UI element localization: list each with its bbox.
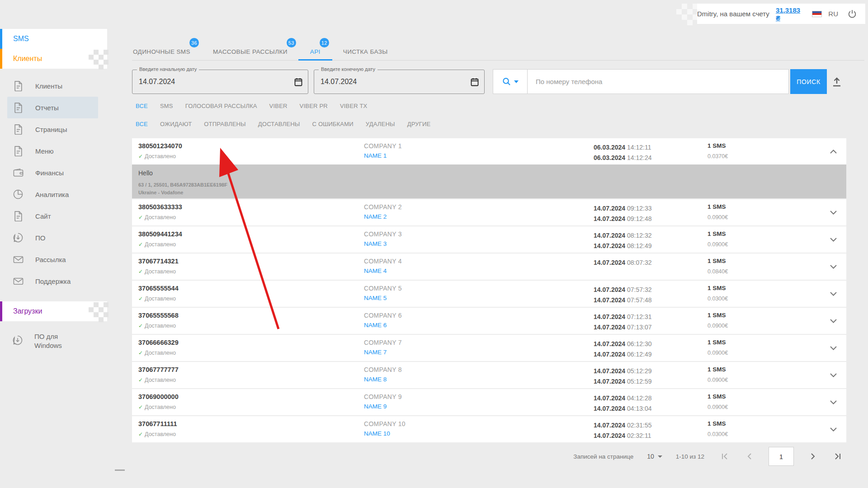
phone-number: 380509441234	[138, 230, 182, 238]
search-type-dropdown[interactable]	[493, 70, 528, 94]
message-text: Hello	[138, 169, 153, 177]
delivery-status: ✓Доставлено	[138, 350, 176, 356]
export-upload-icon[interactable]	[832, 76, 842, 89]
phone-number: 37065555568	[138, 312, 179, 319]
sender-name-link[interactable]: NAME 10	[364, 430, 390, 437]
sidebar-item[interactable]: Отчеты	[7, 97, 98, 118]
expand-chevron-button[interactable]	[827, 343, 839, 352]
balance-link[interactable]: 31,3183 ₴	[776, 6, 806, 22]
status-filter[interactable]: С ОШИБКАМИ	[312, 121, 354, 127]
company-label: COMPANY 3	[364, 230, 402, 238]
sender-name-link[interactable]: NAME 8	[364, 376, 387, 383]
sender-name-link[interactable]: NAME 6	[364, 322, 387, 328]
sender-name-link[interactable]: NAME 4	[364, 267, 387, 274]
check-icon: ✓	[138, 153, 143, 160]
sidebar-section-sms[interactable]: SMS	[0, 29, 107, 49]
status-filter[interactable]: ДОСТАВЛЕНЫ	[258, 121, 300, 127]
sidebar-item[interactable]: Финансы	[0, 162, 107, 183]
channel-filter[interactable]: VIBER TX	[340, 103, 368, 109]
status-filter[interactable]: ДРУГИЕ	[407, 121, 431, 127]
sender-name-link[interactable]: NAME 9	[364, 403, 387, 410]
sidebar-item[interactable]: Страницы	[0, 118, 107, 140]
pie-chart-icon	[13, 189, 23, 199]
phone-number: 37069000000	[138, 393, 179, 400]
tab-count-badge: 36	[189, 38, 199, 47]
sms-cost: 0.0900€	[708, 404, 728, 410]
channel-filter[interactable]: ГОЛОСОВАЯ РАССЫЛКА	[185, 103, 257, 109]
pixel-decoration-clients	[89, 50, 108, 70]
per-page-dropdown[interactable]: 10	[647, 453, 662, 460]
channel-filter[interactable]: VIBER PR	[300, 103, 328, 109]
tab[interactable]: МАССОВЫЕ РАССЫЛКИ 53	[212, 43, 288, 60]
sender-name-link[interactable]: NAME 2	[364, 213, 387, 220]
date-from-field[interactable]: Введите начальную дату	[132, 70, 308, 94]
last-page-button[interactable]	[832, 451, 843, 462]
tab[interactable]: ОДИНОЧНЫЕ SMS 36	[132, 43, 191, 60]
expand-chevron-button[interactable]	[827, 235, 839, 244]
expand-chevron-button[interactable]	[827, 147, 839, 156]
sidebar-item[interactable]: Сайт	[0, 205, 107, 227]
status-filter[interactable]: ОТПРАВЛЕНЫ	[204, 121, 246, 127]
date-from-input[interactable]	[139, 70, 274, 94]
delivery-status: ✓Доставлено	[138, 404, 176, 410]
sms-count: 1 SMS	[708, 142, 726, 149]
sms-count: 1 SMS	[708, 285, 726, 291]
expand-chevron-button[interactable]	[827, 316, 839, 325]
table-row-block: 380503633333 ✓Доставлено COMPANY 2 NAME …	[132, 199, 846, 225]
calendar-icon[interactable]	[294, 78, 302, 88]
expand-chevron-button[interactable]	[827, 262, 839, 271]
sms-count: 1 SMS	[708, 366, 726, 373]
sidebar-item[interactable]: Клиенты	[0, 75, 107, 97]
logout-power-icon[interactable]	[847, 9, 857, 19]
sidebar-item-label: Страницы	[35, 126, 67, 133]
wallet-icon	[13, 168, 24, 177]
russia-flag-icon[interactable]	[812, 11, 822, 17]
sidebar-item[interactable]: Рассылка	[0, 249, 107, 270]
check-icon: ✓	[138, 323, 143, 329]
first-page-button[interactable]	[720, 451, 731, 462]
status-filter[interactable]: ОЖИДАЮТ	[160, 121, 192, 127]
page-number-input[interactable]	[769, 447, 794, 466]
sms-count: 1 SMS	[708, 258, 726, 264]
date-to-input[interactable]	[321, 70, 456, 94]
sidebar-item-po-for-windows[interactable]: ПО для Windows	[0, 332, 107, 350]
channel-filter[interactable]: SMS	[160, 103, 173, 109]
expand-chevron-button[interactable]	[827, 398, 839, 407]
sidebar-item[interactable]: ПО	[0, 227, 107, 249]
sidebar-item[interactable]: Поддержка	[0, 270, 107, 292]
sidebar-item[interactable]: Меню	[0, 140, 107, 162]
sms-count: 1 SMS	[708, 203, 726, 210]
decoration-dash	[115, 469, 125, 471]
sender-name-link[interactable]: NAME 5	[364, 295, 387, 301]
next-page-button[interactable]	[807, 451, 818, 462]
prev-page-button[interactable]	[744, 451, 755, 462]
status-filter[interactable]: ВСЕ	[136, 121, 148, 127]
calendar-icon[interactable]	[471, 78, 479, 88]
expand-chevron-button[interactable]	[827, 425, 839, 434]
check-icon: ✓	[138, 404, 143, 410]
sender-name-link[interactable]: NAME 7	[364, 349, 387, 356]
channel-filter[interactable]: VIBER	[269, 103, 288, 109]
channel-filter[interactable]: ВСЕ	[136, 103, 148, 109]
tab[interactable]: ЧИСТКА БАЗЫ	[342, 43, 389, 60]
search-button[interactable]: ПОИСК	[790, 69, 827, 94]
chevron-down-icon	[514, 80, 519, 83]
expand-chevron-button[interactable]	[827, 371, 839, 380]
date-to-field[interactable]: Введите конечную дату	[314, 70, 485, 94]
document-icon	[14, 103, 23, 113]
sidebar-item[interactable]: Аналитика	[0, 183, 107, 205]
sender-name-link[interactable]: NAME 3	[364, 240, 387, 247]
phone-number: 37066666329	[138, 339, 179, 346]
search-input[interactable]	[528, 70, 788, 94]
expand-chevron-button[interactable]	[827, 289, 839, 298]
language-label[interactable]: RU	[828, 10, 838, 18]
status-filter[interactable]: УДАЛЕНЫ	[366, 121, 395, 127]
sender-name-link[interactable]: NAME 1	[364, 152, 387, 159]
table-row: 37067714321 ✓Доставлено COMPANY 4 NAME 4…	[132, 253, 846, 280]
check-icon: ✓	[138, 350, 143, 356]
expand-chevron-button[interactable]	[827, 208, 839, 217]
table-row-block: 37065555544 ✓Доставлено COMPANY 5 NAME 5…	[132, 281, 846, 307]
company-label: COMPANY 6	[364, 312, 402, 319]
company-label: COMPANY 8	[364, 366, 402, 373]
tab[interactable]: API 12	[309, 43, 321, 60]
